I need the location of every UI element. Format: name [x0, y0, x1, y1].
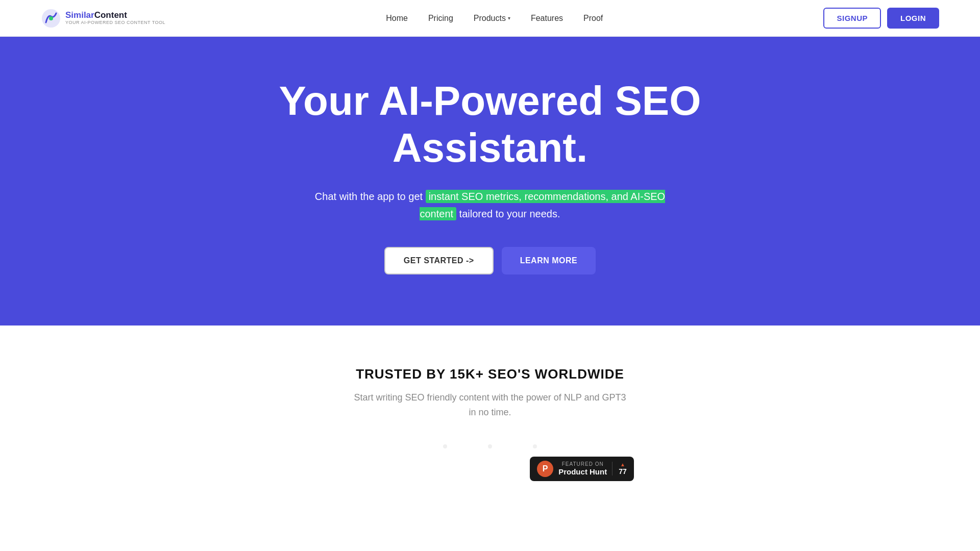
brand-dot-1: [443, 444, 447, 448]
hero-actions: GET STARTED -> LEARN MORE: [384, 247, 596, 274]
logo-icon: [41, 8, 61, 29]
logo-content: Content: [94, 10, 127, 20]
hero-section: Your AI-Powered SEO Assistant. Chat with…: [0, 37, 980, 325]
trusted-subtitle: Start writing SEO friendly content with …: [337, 390, 643, 420]
hero-subtitle: Chat with the app to get instant SEO met…: [311, 188, 669, 222]
ph-featured-label: FEATURED ON: [558, 461, 607, 467]
nav-item-home[interactable]: Home: [386, 14, 408, 23]
ph-votes: ▲ 77: [612, 462, 627, 475]
logo-tagline: YOUR AI-POWERED SEO CONTENT TOOL: [65, 20, 165, 26]
nav-link-proof[interactable]: Proof: [583, 14, 603, 22]
nav-link-home[interactable]: Home: [386, 14, 408, 22]
logo-similar: Similar: [65, 10, 94, 20]
login-button[interactable]: LOGIN: [887, 8, 939, 29]
product-hunt-badge[interactable]: P FEATURED ON Product Hunt ▲ 77: [530, 457, 634, 481]
get-started-button[interactable]: GET STARTED ->: [384, 247, 494, 274]
trusted-title: TRUSTED BY 15K+ SEO'S WORLDWIDE: [20, 366, 960, 382]
brand-logos: [20, 444, 960, 448]
nav-link-products[interactable]: Products: [474, 14, 506, 23]
product-hunt-text: FEATURED ON Product Hunt: [558, 461, 607, 477]
nav-item-pricing[interactable]: Pricing: [428, 14, 453, 23]
ph-arrow-icon: ▲: [620, 462, 625, 467]
learn-more-button[interactable]: LEARN MORE: [502, 247, 596, 274]
hero-subtitle-after: tailored to your needs.: [456, 208, 560, 219]
brand-dot-3: [533, 444, 537, 448]
nav-link-features[interactable]: Features: [531, 14, 563, 22]
svg-point-1: [49, 16, 53, 20]
chevron-down-icon: ▾: [508, 15, 510, 21]
trusted-section: TRUSTED BY 15K+ SEO'S WORLDWIDE Start wr…: [0, 325, 980, 512]
nav-actions: SIGNUP LOGIN: [823, 8, 939, 29]
hero-subtitle-before: Chat with the app to get: [315, 191, 426, 202]
product-hunt-logo: P: [537, 461, 553, 477]
ph-name: Product Hunt: [558, 467, 607, 477]
nav-item-proof[interactable]: Proof: [583, 14, 603, 23]
nav-links: Home Pricing Products ▾ Features Proof: [386, 14, 603, 23]
navbar: SimilarContent YOUR AI-POWERED SEO CONTE…: [0, 0, 980, 37]
nav-link-pricing[interactable]: Pricing: [428, 14, 453, 22]
nav-item-products[interactable]: Products ▾: [474, 14, 510, 23]
nav-item-features[interactable]: Features: [531, 14, 563, 23]
signup-button[interactable]: SIGNUP: [823, 8, 881, 29]
brand-dot-2: [488, 444, 492, 448]
logo: SimilarContent YOUR AI-POWERED SEO CONTE…: [41, 8, 165, 29]
hero-title: Your AI-Powered SEO Assistant.: [260, 78, 720, 171]
ph-vote-count: 77: [619, 467, 627, 475]
